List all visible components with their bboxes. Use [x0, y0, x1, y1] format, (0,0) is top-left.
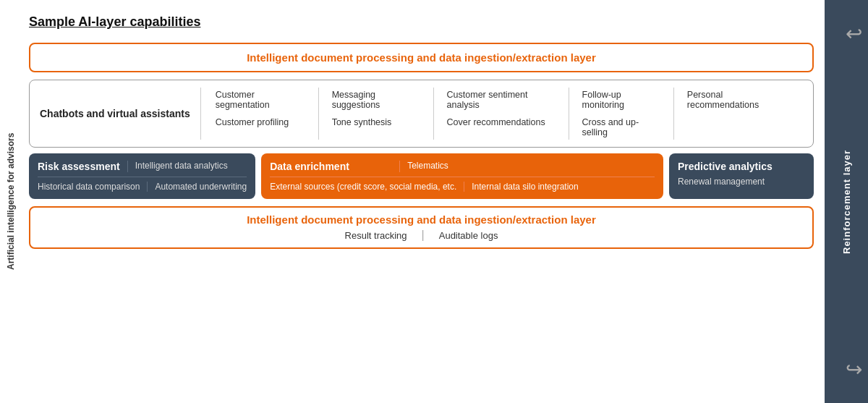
- predictive-title: Predictive analytics: [678, 161, 805, 172]
- data-external-sources: External sources (credit score, social m…: [270, 182, 464, 192]
- chatbots-box: Chatbots and virtual assistants Customer…: [29, 80, 814, 148]
- cell-tone-synthesis: Tone synthesis: [328, 115, 425, 130]
- cell-messaging-suggestions: Messaging suggestions: [328, 88, 425, 112]
- predictive-box: Predictive analytics Renewal management: [669, 153, 814, 199]
- arrow-bottom-icon: ↪: [846, 357, 862, 381]
- bottom-layer-label: Intelligent document processing and data…: [247, 213, 596, 226]
- reinforcement-label: Reinforcement layer: [841, 150, 852, 254]
- risk-top: Risk assessment Intelligent data analyti…: [38, 161, 247, 177]
- chatbots-grid: Customer segmentation Customer profiling…: [201, 88, 803, 140]
- bottom-row-items: Result tracking | Auditable logs: [345, 229, 498, 242]
- bottom-layer-box: Intelligent document processing and data…: [29, 206, 814, 249]
- cell-cross-upselling: Cross and up-selling: [578, 115, 665, 140]
- cell-customer-segmentation: Customer segmentation: [211, 88, 310, 112]
- risk-automated: Automated underwriting: [148, 182, 247, 192]
- chatbots-col-5: Personal recommendations: [674, 88, 803, 140]
- data-internal: Internal data silo integration: [464, 182, 578, 192]
- chatbots-label: Chatbots and virtual assistants: [40, 88, 201, 140]
- main-content: Sample AI-layer capabilities Intelligent…: [22, 0, 825, 403]
- cell-customer-sentiment: Customer sentiment analysis: [443, 88, 560, 112]
- data-enrichment-box: Data enrichment Telematics External sour…: [261, 153, 663, 199]
- divider: |: [422, 229, 425, 242]
- chatbots-col-4: Follow-up monitoring Cross and up-sellin…: [569, 88, 674, 140]
- chatbots-col-3: Customer sentiment analysis Cover recomm…: [434, 88, 569, 140]
- risk-title: Risk assessment: [38, 161, 128, 172]
- data-enrichment-title: Data enrichment: [270, 161, 400, 172]
- cell-cover-recommendations: Cover recommendations: [443, 115, 560, 130]
- predictive-renewal: Renewal management: [678, 177, 805, 187]
- arrow-top-icon: ↩: [846, 22, 862, 46]
- middle-section: Chatbots and virtual assistants Customer…: [29, 80, 814, 199]
- top-layer-label: Intelligent document processing and data…: [41, 51, 802, 64]
- risk-historical: Historical data comparison: [38, 182, 148, 192]
- risk-bottom: Historical data comparison Automated und…: [38, 182, 247, 192]
- auditable-logs: Auditable logs: [439, 230, 498, 241]
- chatbots-col-1: Customer segmentation Customer profiling: [211, 88, 319, 140]
- top-layer-box: Intelligent document processing and data…: [29, 43, 814, 72]
- cell-customer-profiling: Customer profiling: [211, 115, 310, 130]
- data-bottom: External sources (credit score, social m…: [270, 182, 655, 192]
- data-top: Data enrichment Telematics: [270, 161, 655, 177]
- bottom-orange-content: Intelligent document processing and data…: [41, 213, 802, 242]
- result-tracking: Result tracking: [345, 230, 407, 241]
- chatbots-col-2: Messaging suggestions Tone synthesis: [319, 88, 434, 140]
- bottom-row: Risk assessment Intelligent data analyti…: [29, 153, 814, 199]
- data-telematics: Telematics: [400, 161, 448, 172]
- cell-follow-up-monitoring: Follow-up monitoring: [578, 88, 665, 112]
- page-title: Sample AI-layer capabilities: [29, 14, 814, 30]
- left-panel-label: Artificial intelligence for advisors: [0, 0, 22, 403]
- cell-personal-recommendations: Personal recommendations: [683, 88, 794, 112]
- risk-intelligent-analytics: Intelligent data analytics: [128, 161, 228, 172]
- right-panel: ↩ Reinforcement layer ↪: [825, 0, 868, 403]
- risk-box: Risk assessment Intelligent data analyti…: [29, 153, 255, 199]
